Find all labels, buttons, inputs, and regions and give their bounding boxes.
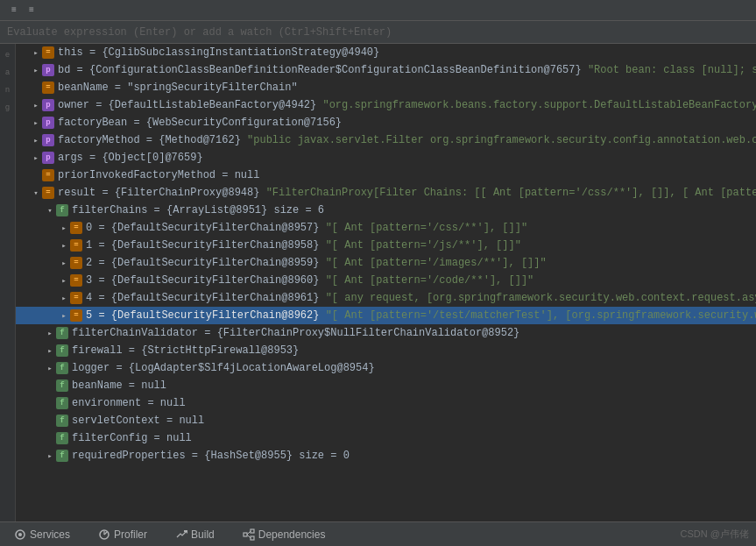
debug-row[interactable]: p factoryBean = {WebSecurityConfiguratio… xyxy=(16,114,756,131)
type-badge: f xyxy=(56,362,68,374)
type-badge: f xyxy=(56,327,68,339)
row-text: 1 = {DefaultSecurityFilterChain@8958} "[… xyxy=(86,239,521,252)
row-text: 5 = {DefaultSecurityFilterChain@8962} "[… xyxy=(86,309,756,322)
gutter-letter: n xyxy=(5,81,10,98)
type-badge: f xyxy=(56,344,68,357)
expand-arrow[interactable] xyxy=(30,187,42,199)
type-badge: f xyxy=(56,204,68,216)
type-badge: = xyxy=(70,292,82,304)
debug-row[interactable]: f filterConfig = null xyxy=(16,429,756,447)
services-icon xyxy=(14,528,26,541)
type-badge: f xyxy=(56,450,68,462)
row-text: factoryMethod = {Method@7162} "public ja… xyxy=(58,134,756,146)
debug-row[interactable]: = 4 = {DefaultSecurityFilterChain@8961} … xyxy=(16,289,756,307)
type-badge: p xyxy=(42,152,54,164)
debug-row[interactable]: = 1 = {DefaultSecurityFilterChain@8958} … xyxy=(16,237,756,254)
debug-row[interactable]: f environment = null xyxy=(16,394,756,412)
row-text: beanName = null xyxy=(72,379,166,392)
svg-point-1 xyxy=(18,533,22,536)
expand-arrow[interactable] xyxy=(30,64,42,76)
debug-row[interactable]: f firewall = {StrictHttpFirewall@8953} xyxy=(16,342,756,359)
debug-row[interactable]: p args = {Object[0]@7659} xyxy=(16,149,756,167)
debug-row[interactable]: = 2 = {DefaultSecurityFilterChain@8959} … xyxy=(16,254,756,272)
row-text: bd = {ConfigurationClassBeanDefinitionRe… xyxy=(58,64,756,76)
expand-arrow[interactable] xyxy=(58,309,70,322)
type-badge: f xyxy=(56,379,68,392)
type-badge: p xyxy=(42,99,54,111)
expand-arrow[interactable] xyxy=(44,204,56,216)
type-badge: = xyxy=(70,257,82,269)
build-icon xyxy=(175,528,187,541)
tab-build-label: Build xyxy=(191,528,215,541)
expand-arrow[interactable] xyxy=(30,152,42,164)
expand-arrow[interactable] xyxy=(44,450,56,462)
row-text: environment = null xyxy=(72,397,186,409)
menu-icon-2[interactable]: ≡ xyxy=(25,4,39,18)
row-text: filterChains = {ArrayList@8951} size = 6 xyxy=(72,204,324,216)
expand-arrow[interactable] xyxy=(44,362,56,374)
expression-bar[interactable]: Evaluate expression (Enter) or add a wat… xyxy=(0,21,756,44)
expression-placeholder: Evaluate expression (Enter) or add a wat… xyxy=(7,26,392,39)
debug-content[interactable]: = this = {CglibSubclassingInstantiationS… xyxy=(16,44,756,521)
debug-row[interactable]: f beanName = null xyxy=(16,377,756,394)
debug-row[interactable]: = 3 = {DefaultSecurityFilterChain@8960} … xyxy=(16,272,756,289)
row-text: servletContext = null xyxy=(72,415,204,427)
svg-rect-7 xyxy=(251,529,254,533)
debug-row[interactable]: p bd = {ConfigurationClassBeanDefinition… xyxy=(16,61,756,79)
expand-arrow[interactable] xyxy=(58,239,70,252)
debug-row[interactable]: = 5 = {DefaultSecurityFilterChain@8962} … xyxy=(16,307,756,324)
expand-arrow[interactable] xyxy=(30,99,42,111)
expand-arrow[interactable] xyxy=(30,134,42,146)
expand-arrow[interactable] xyxy=(58,257,70,269)
type-badge: = xyxy=(70,222,82,234)
row-text: logger = {LogAdapter$Slf4jLocationAwareL… xyxy=(72,362,375,374)
debug-row[interactable]: f servletContext = null xyxy=(16,412,756,429)
type-badge: p xyxy=(42,134,54,146)
debug-row[interactable]: = beanName = "springSecurityFilterChain" xyxy=(16,79,756,96)
menu-icon[interactable]: ≡ xyxy=(7,4,21,18)
svg-line-9 xyxy=(247,531,251,535)
tab-profiler[interactable]: Profiler xyxy=(91,527,154,542)
type-badge: = xyxy=(70,274,82,287)
expand-arrow[interactable] xyxy=(30,117,42,129)
watermark: CSDN @卢伟佬 xyxy=(681,528,749,541)
type-badge: = xyxy=(42,169,54,181)
debug-row[interactable]: f filterChains = {ArrayList@8951} size =… xyxy=(16,202,756,219)
expand-arrow[interactable] xyxy=(58,292,70,304)
type-badge: p xyxy=(42,117,54,129)
gutter-letter: g xyxy=(5,98,10,116)
type-badge: p xyxy=(42,64,54,76)
row-text: beanName = "springSecurityFilterChain" xyxy=(58,82,298,94)
row-text: priorInvokedFactoryMethod = null xyxy=(58,169,259,181)
row-text: 3 = {DefaultSecurityFilterChain@8960} "[… xyxy=(86,274,533,287)
type-badge: = xyxy=(42,187,54,199)
bottom-bar: Services Profiler Build xyxy=(0,521,756,546)
debug-row[interactable]: f logger = {LogAdapter$Slf4jLocationAwar… xyxy=(16,359,756,377)
tab-build[interactable]: Build xyxy=(168,527,222,542)
debug-row[interactable]: = priorInvokedFactoryMethod = null xyxy=(16,167,756,184)
left-gutter: eang xyxy=(0,44,16,521)
debug-row[interactable]: = this = {CglibSubclassingInstantiationS… xyxy=(16,44,756,61)
debug-row[interactable]: p owner = {DefaultListableBeanFactory@49… xyxy=(16,96,756,114)
tab-services[interactable]: Services xyxy=(7,527,77,542)
top-toolbar: ≡ ≡ xyxy=(0,0,756,21)
row-text: requiredProperties = {HashSet@8955} size… xyxy=(72,450,350,462)
type-badge: f xyxy=(56,415,68,427)
expand-arrow[interactable] xyxy=(30,46,42,59)
debug-row[interactable]: = 0 = {DefaultSecurityFilterChain@8957} … xyxy=(16,219,756,237)
expand-arrow[interactable] xyxy=(44,344,56,357)
debug-row[interactable]: f filterChainValidator = {FilterChainPro… xyxy=(16,324,756,342)
row-text: factoryBean = {WebSecurityConfiguration@… xyxy=(58,117,342,129)
debug-row[interactable]: f requiredProperties = {HashSet@8955} si… xyxy=(16,447,756,464)
row-text: args = {Object[0]@7659} xyxy=(58,152,203,164)
expand-arrow[interactable] xyxy=(58,274,70,287)
row-text: result = {FilterChainProxy@8948} "Filter… xyxy=(58,187,756,199)
debug-row[interactable]: p factoryMethod = {Method@7162} "public … xyxy=(16,131,756,149)
svg-rect-8 xyxy=(251,536,254,540)
expand-arrow[interactable] xyxy=(44,327,56,339)
tab-dependencies[interactable]: Dependencies xyxy=(236,527,333,542)
row-text: 0 = {DefaultSecurityFilterChain@8957} "[… xyxy=(86,222,527,234)
debug-row[interactable]: = result = {FilterChainProxy@8948} "Filt… xyxy=(16,184,756,202)
tab-dependencies-label: Dependencies xyxy=(258,528,326,541)
expand-arrow[interactable] xyxy=(58,222,70,234)
